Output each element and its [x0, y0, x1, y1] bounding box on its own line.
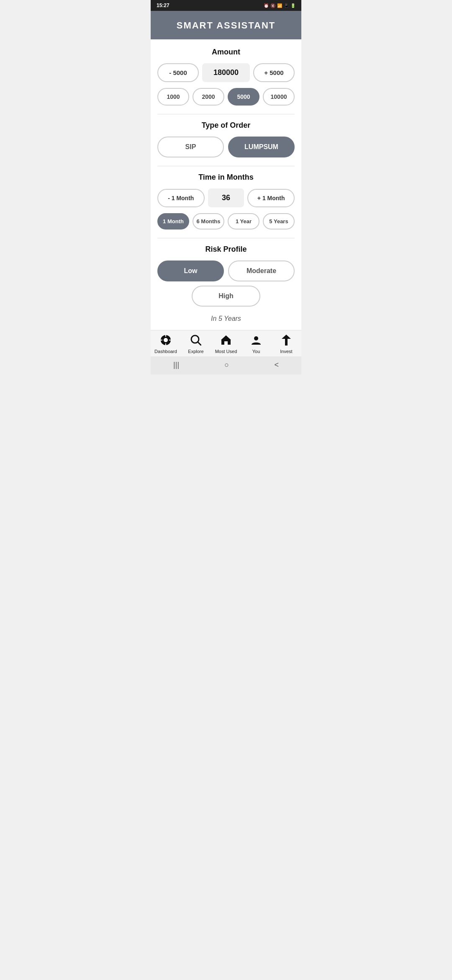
decrease-amount-button[interactable]: - 5000 [157, 63, 199, 82]
system-home-button[interactable]: ○ [224, 361, 229, 369]
svg-marker-12 [282, 335, 291, 346]
you-icon [251, 335, 262, 347]
summary-label: In 5 Years [157, 315, 295, 326]
risk-section-title: Risk Profile [157, 245, 295, 254]
svg-rect-9 [224, 341, 228, 345]
invest-icon [282, 335, 291, 347]
nav-explore-label: Explore [188, 349, 203, 354]
wifi-icon: 📶 [277, 3, 282, 8]
main-content: Amount - 5000 180000 + 5000 1000 2000 50… [151, 39, 301, 330]
increase-time-button[interactable]: + 1 Month [247, 189, 295, 207]
risk-low-button[interactable]: Low [157, 260, 224, 281]
period-1month[interactable]: 1 Month [157, 213, 189, 230]
nav-dashboard-label: Dashboard [154, 349, 177, 354]
risk-moderate-button[interactable]: Moderate [228, 260, 295, 281]
explore-icon [190, 335, 201, 347]
nav-dashboard[interactable]: Dashboard [151, 335, 181, 354]
status-time: 15:27 [157, 3, 170, 8]
nav-you-label: You [252, 349, 260, 354]
mute-icon: 🔇 [270, 3, 275, 8]
system-back-button[interactable]: < [274, 361, 279, 369]
time-row: - 1 Month 36 + 1 Month [157, 188, 295, 207]
quick-amount-2000[interactable]: 2000 [193, 88, 224, 106]
period-5years[interactable]: 5 Years [263, 213, 295, 230]
svg-point-11 [254, 336, 258, 340]
period-1year[interactable]: 1 Year [228, 213, 259, 230]
quick-amount-buttons: 1000 2000 5000 10000 [157, 88, 295, 106]
divider-3 [157, 238, 295, 238]
nav-most-used[interactable]: Most Used [211, 335, 241, 354]
time-section-title: Time in Months [157, 173, 295, 182]
svg-line-7 [198, 342, 201, 345]
dashboard-icon [160, 335, 171, 347]
signal-icon: 📱 [284, 3, 289, 8]
system-nav: ||| ○ < [151, 356, 301, 374]
nav-invest-label: Invest [280, 349, 292, 354]
battery-icon: 🔋 [290, 3, 295, 8]
app-header: SMART ASSISTANT [151, 11, 301, 39]
alarm-icon: ⏰ [264, 3, 269, 8]
amount-display: 180000 [202, 63, 250, 82]
nav-explore[interactable]: Explore [181, 335, 211, 354]
status-bar: 15:27 ⏰ 🔇 📶 📱 🔋 [151, 0, 301, 11]
system-menu-button[interactable]: ||| [173, 361, 179, 369]
quick-amount-5000[interactable]: 5000 [228, 88, 259, 106]
risk-row-bottom: High [157, 286, 295, 307]
svg-point-1 [164, 338, 168, 342]
sip-button[interactable]: SIP [157, 137, 224, 157]
nav-you[interactable]: You [241, 335, 271, 354]
bottom-nav: Dashboard Explore Most Used You [151, 330, 301, 356]
quick-amount-10000[interactable]: 10000 [263, 88, 295, 106]
risk-row-top: Low Moderate [157, 260, 295, 281]
decrease-time-button[interactable]: - 1 Month [157, 189, 205, 207]
most-used-icon [221, 335, 231, 347]
divider-1 [157, 114, 295, 114]
status-icons: ⏰ 🔇 📶 📱 🔋 [264, 3, 295, 8]
time-display: 36 [208, 188, 244, 207]
divider-2 [157, 166, 295, 166]
period-6months[interactable]: 6 Months [193, 213, 224, 230]
order-type-section-title: Type of Order [157, 121, 295, 130]
app-title: SMART ASSISTANT [177, 20, 276, 31]
lumpsum-button[interactable]: LUMPSUM [228, 137, 295, 157]
period-buttons: 1 Month 6 Months 1 Year 5 Years [157, 213, 295, 230]
svg-marker-10 [221, 335, 231, 340]
quick-amount-1000[interactable]: 1000 [157, 88, 189, 106]
amount-section-title: Amount [157, 48, 295, 57]
order-type-row: SIP LUMPSUM [157, 137, 295, 157]
nav-invest[interactable]: Invest [271, 335, 301, 354]
increase-amount-button[interactable]: + 5000 [253, 63, 295, 82]
amount-row: - 5000 180000 + 5000 [157, 63, 295, 82]
risk-high-button[interactable]: High [192, 286, 260, 307]
nav-most-used-label: Most Used [215, 349, 237, 354]
